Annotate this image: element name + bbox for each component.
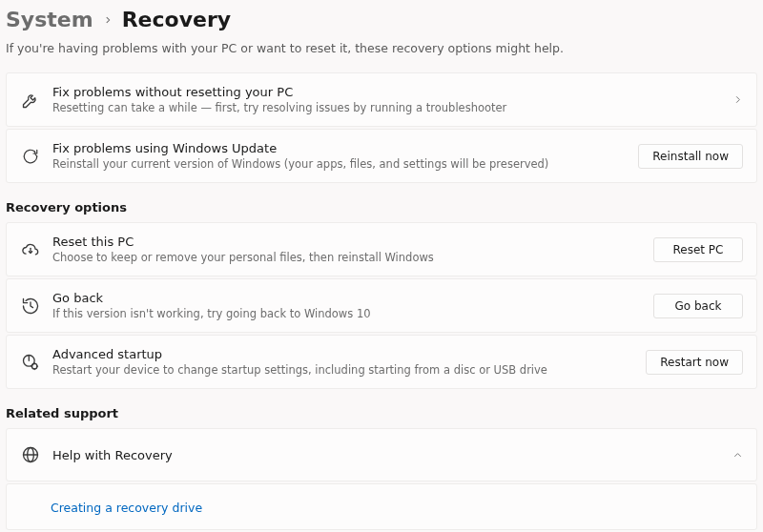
history-icon [20, 296, 41, 317]
section-recovery-options: Recovery options [6, 183, 757, 222]
globe-help-icon [20, 444, 41, 465]
card-title: Fix problems without resetting your PC [52, 85, 732, 99]
breadcrumb: System Recovery [6, 6, 757, 39]
reinstall-now-button[interactable]: Reinstall now [638, 144, 743, 169]
chevron-right-icon [732, 94, 743, 105]
card-help-recovery-expanded: Creating a recovery drive [6, 483, 757, 530]
sync-icon [20, 146, 41, 167]
card-desc: If this version isn't working, try going… [52, 307, 653, 320]
card-title: Advanced startup [52, 347, 646, 361]
wrench-icon [20, 90, 41, 111]
chevron-right-icon [103, 15, 113, 25]
card-fix-without-reset[interactable]: Fix problems without resetting your PC R… [6, 72, 757, 127]
breadcrumb-parent[interactable]: System [6, 8, 93, 31]
page-subtitle: If you're having problems with your PC o… [6, 39, 757, 72]
card-title: Go back [52, 291, 653, 305]
page-title: Recovery [122, 8, 231, 31]
card-desc: Resetting can take a while — first, try … [52, 101, 732, 114]
card-help-recovery[interactable]: Help with Recovery [6, 428, 757, 481]
card-fix-windows-update: Fix problems using Windows Update Reinst… [6, 129, 757, 183]
card-title: Help with Recovery [52, 448, 732, 462]
card-reset-pc: Reset this PC Choose to keep or remove y… [6, 222, 757, 276]
card-go-back: Go back If this version isn't working, t… [6, 278, 757, 333]
card-desc: Reinstall your current version of Window… [52, 157, 638, 171]
card-desc: Restart your device to change startup se… [52, 363, 646, 377]
restart-now-button[interactable]: Restart now [646, 350, 743, 375]
cloud-reset-icon [20, 239, 41, 260]
card-desc: Choose to keep or remove your personal f… [52, 251, 653, 264]
go-back-button[interactable]: Go back [653, 294, 743, 318]
power-gear-icon [20, 352, 41, 373]
chevron-up-icon [732, 450, 743, 460]
card-advanced-startup: Advanced startup Restart your device to … [6, 335, 757, 389]
section-related-support: Related support [6, 389, 757, 428]
card-title: Fix problems using Windows Update [52, 141, 638, 155]
reset-pc-button[interactable]: Reset PC [653, 237, 743, 262]
link-creating-recovery-drive[interactable]: Creating a recovery drive [51, 501, 202, 515]
card-title: Reset this PC [52, 235, 653, 249]
